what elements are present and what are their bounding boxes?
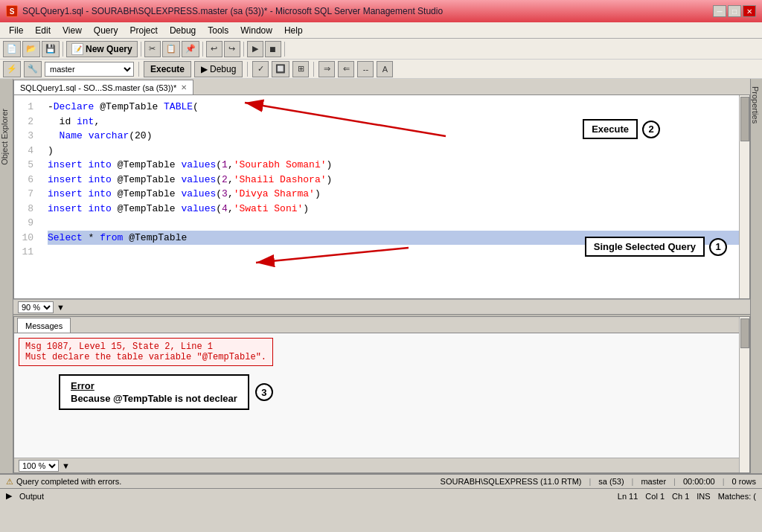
menu-file[interactable]: File [3,24,29,37]
execute-annotation-label: Execute [592,124,629,135]
menu-edit[interactable]: Edit [29,24,57,37]
menu-bar: File Edit View Query Project Debug Tools… [0,22,762,39]
execute-annotation-box: Execute [583,119,638,139]
tb-comment[interactable]: -- [357,61,374,77]
main-area: Object Explorer SQLQuery1.sql - SO...SS.… [0,79,762,473]
sep6 [138,62,139,77]
error-annotation-box: Error Because @TempTable is not declear [59,374,249,410]
tab-bar: SQLQuery1.sql - SO...SS.master (sa (53))… [13,79,750,95]
tb-q1[interactable]: ⚡ [3,61,21,77]
menu-view[interactable]: View [57,24,88,37]
status-time: 00:00:00 [683,477,715,486]
sep1 [63,42,63,57]
menu-query[interactable]: Query [88,24,124,37]
properties-label: Properties [751,86,760,124]
status-db: master [641,477,666,486]
matches-label: Matches: ( [718,492,756,501]
tb-copy[interactable]: 📋 [162,41,180,57]
query-tab[interactable]: SQLQuery1.sql - SO...SS.master (sa (53))… [13,80,193,94]
tb-cut[interactable]: ✂ [144,41,161,57]
ch-label: Ch 1 [672,492,689,501]
editor-container: SQLQuery1.sql - SO...SS.master (sa (53))… [13,79,750,473]
tb-paste[interactable]: 📌 [182,41,199,57]
error-message-text: Msg 1087, Level 15, State 2, Line 1Must … [25,342,266,362]
menu-debug[interactable]: Debug [164,24,202,37]
sep7 [247,62,248,77]
new-query-icon: 📝 [71,43,83,55]
tb-r1[interactable]: 🔲 [272,61,289,77]
debug-icon: ▶ [201,64,208,74]
results-content: Msg 1087, Level 15, State 2, Line 1Must … [14,333,749,472]
code-line-4: ) [48,144,742,158]
output-icon: ▶ [6,491,12,501]
code-line-1: -Declare @TempTable TABLE( [48,100,742,115]
new-query-button[interactable]: 📝 New Query [66,41,138,57]
tb-check[interactable]: ✓ [252,61,269,77]
toolbar-main: 📄 📂 💾 📝 New Query ✂ 📋 📌 ↩ ↪ ▶ ⏹ [0,39,762,60]
sep5 [284,42,285,57]
code-line-8: insert into @TempTable values(4,'Swati S… [48,202,742,217]
menu-window[interactable]: Window [234,24,278,37]
menu-help[interactable]: Help [278,24,309,37]
results-zoom-select[interactable]: 100 % [19,460,59,472]
code-editor[interactable]: 1234567891011 -Declare @TempTable TABLE(… [13,95,750,299]
tb-stop[interactable]: ⏹ [265,41,281,57]
status-rows: 0 rows [732,477,756,486]
debug-label: Debug [210,64,236,74]
ins-label: INS [697,492,710,501]
single-query-label: Single Selected Query [594,241,696,252]
close-button[interactable]: ✕ [743,5,756,17]
menu-tools[interactable]: Tools [202,24,234,37]
error-annotation-title: Error [71,380,237,391]
results-zoom-bar: 100 % ▼ [14,458,739,472]
tb-r2[interactable]: ⊞ [292,61,309,77]
zoom-select[interactable]: 90 % [18,301,54,313]
minimize-button[interactable]: ─ [713,5,726,17]
database-selector[interactable]: master [45,62,134,77]
error-annotation-body: Because @TempTable is not declear [71,393,237,404]
results-area: Messages Msg 1087, Level 15, State 2, Li… [13,317,750,473]
error-annotation: Error Because @TempTable is not declear … [59,374,273,410]
menu-project[interactable]: Project [124,24,164,37]
tb-save[interactable]: 💾 [42,41,60,57]
error-circle: 3 [255,383,273,401]
tb-undo[interactable]: ↩ [206,41,222,57]
code-line-5: insert into @TempTable values(1,'Sourabh… [48,158,742,173]
single-query-annotation: Single Selected Query 1 [585,237,727,257]
status-bar: ⚠ Query completed with errors. SOURABH\S… [0,473,762,488]
editor-scrollbar[interactable] [739,95,749,298]
tb-uppercase[interactable]: A [377,61,393,77]
output-label: Output [19,492,44,501]
results-zoom-arrow: ▼ [62,461,70,470]
ln-label: Ln 11 [618,492,638,501]
title-bar: S SQLQuery1.sql - SOURABH\SQLEXPRESS.mas… [0,0,762,22]
tb-open[interactable]: 📂 [22,41,40,57]
execute-button[interactable]: Execute [144,61,191,77]
single-query-box: Single Selected Query [585,237,705,257]
execute-annotation: Execute 2 [583,119,660,139]
single-query-circle: 1 [709,238,727,256]
tb-redo[interactable]: ↪ [224,41,240,57]
tb-q2[interactable]: 🔧 [24,61,42,77]
tb-outdent[interactable]: ⇐ [338,61,354,77]
results-messages-tab[interactable]: Messages [17,318,71,333]
object-explorer-sidebar: Object Explorer [0,79,13,473]
sep8 [313,62,314,77]
results-scrollbar[interactable] [739,317,749,472]
line-numbers: 1234567891011 [14,95,36,264]
editor-scroll-thumb [740,97,749,141]
debug-button[interactable]: ▶ Debug [194,61,243,77]
app-icon: S [6,5,18,17]
status-user: sa (53) [598,477,624,486]
new-query-label: New Query [86,44,132,54]
tb-run[interactable]: ▶ [247,41,263,57]
window-title: SQLQuery1.sql - SOURABH\SQLEXPRESS.maste… [22,6,443,16]
results-tab-bar: Messages [14,317,749,333]
tab-close-icon[interactable]: ✕ [181,83,187,92]
properties-panel: Properties [750,79,762,473]
sep2 [141,42,141,57]
maximize-button[interactable]: □ [728,5,741,17]
tb-indent[interactable]: ⇒ [318,61,335,77]
svg-line-2 [256,248,409,263]
tb-new[interactable]: 📄 [3,41,21,57]
